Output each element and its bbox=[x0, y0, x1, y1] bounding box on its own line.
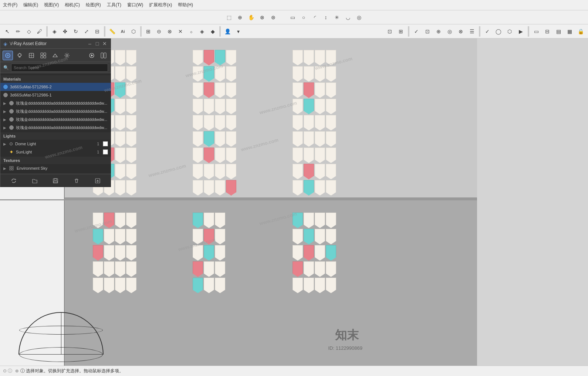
tool-lock[interactable]: 🔒 bbox=[575, 26, 586, 37]
menu-view[interactable]: 视图(V) bbox=[44, 2, 59, 8]
svg-line-5 bbox=[21, 54, 21, 54]
tool-tag[interactable]: ⬦ bbox=[186, 26, 196, 37]
material-label-5: 玫瑰金ddddddddddadddddddddddddddddddwdw... bbox=[16, 117, 108, 122]
vray-title-text: V-Ray Asset Editor bbox=[10, 41, 47, 46]
materials-section-header: Materials bbox=[0, 75, 111, 83]
tool-select[interactable]: ⬚ bbox=[224, 12, 234, 23]
tool-dropdown[interactable]: ▾ bbox=[233, 26, 243, 37]
tool-zoom[interactable]: ⊗ bbox=[257, 12, 267, 23]
tool-tape[interactable]: 📏 bbox=[107, 26, 117, 37]
tool-offset[interactable]: ⊟ bbox=[92, 26, 102, 37]
texture-item-sky[interactable]: ▶ Environment Sky bbox=[0, 164, 111, 172]
svg-rect-26 bbox=[54, 181, 57, 183]
tool-vray7[interactable]: ⊗ bbox=[456, 26, 466, 37]
tool-freehand[interactable]: ✳ bbox=[332, 12, 342, 23]
expand-icon-3[interactable]: ▶ bbox=[3, 101, 7, 105]
tool-arrow[interactable]: ↖ bbox=[2, 26, 13, 37]
tool-move[interactable]: ✤ bbox=[60, 26, 70, 37]
tool-pan[interactable]: ✋ bbox=[246, 12, 256, 23]
tool-line[interactable]: ↕ bbox=[321, 12, 331, 23]
expand-icon-dome[interactable]: ▶ bbox=[3, 142, 7, 146]
material-item-2[interactable]: 3d66SuMat-5712986-1 bbox=[0, 91, 111, 99]
menu-camera[interactable]: 相机(C) bbox=[65, 2, 80, 8]
tool-vray2[interactable]: ⊞ bbox=[396, 26, 406, 37]
light-item-sun[interactable]: ✦ SunLight 1 bbox=[0, 148, 111, 156]
tool-texture[interactable]: ⬡ bbox=[128, 26, 139, 37]
tool-render-cube[interactable]: ⬡ bbox=[504, 26, 515, 37]
tool-vray8[interactable]: ☰ bbox=[467, 26, 477, 37]
vray-icon-texture[interactable] bbox=[38, 51, 48, 60]
vray-icon-material[interactable] bbox=[3, 51, 13, 60]
tool-render-check[interactable]: ✓ bbox=[482, 26, 493, 37]
vray-icon-light[interactable] bbox=[14, 51, 25, 60]
section-divider bbox=[0, 197, 477, 200]
tool-tag3[interactable]: ◆ bbox=[207, 26, 218, 37]
texture-sky-icon bbox=[9, 166, 14, 171]
tool-arc[interactable]: ◜ bbox=[310, 12, 320, 23]
vray-close-button[interactable]: ✕ bbox=[101, 41, 108, 47]
tool-walk[interactable]: ⊝ bbox=[154, 26, 164, 37]
tool-layout3[interactable]: ▤ bbox=[553, 26, 564, 37]
tool-circle[interactable]: ○ bbox=[298, 12, 309, 23]
vray-icon-geometry[interactable] bbox=[26, 51, 37, 60]
tool-rotate[interactable]: ↻ bbox=[71, 26, 81, 37]
vray-minimize-button[interactable]: – bbox=[87, 41, 93, 47]
vray-icon-view[interactable] bbox=[98, 51, 109, 60]
tool-vray3[interactable]: ✓ bbox=[411, 26, 422, 37]
menu-tools[interactable]: 工具(T) bbox=[107, 2, 121, 8]
menu-extensions[interactable]: 扩展程序(x) bbox=[149, 2, 172, 8]
expand-icon-sky[interactable]: ▶ bbox=[3, 166, 7, 170]
tool-vray1[interactable]: ⊡ bbox=[385, 26, 395, 37]
tool-pencil[interactable]: ✏ bbox=[13, 26, 23, 37]
footer-save-button[interactable] bbox=[51, 176, 60, 185]
menu-file[interactable]: 文件(F) bbox=[3, 2, 17, 8]
material-item-5[interactable]: ▶ 玫瑰金ddddddddddadddddddddddddddddddwdw..… bbox=[0, 115, 111, 123]
material-item-4[interactable]: ▶ 玫瑰金ddddddddddadddddddddddddddddddwdw..… bbox=[0, 107, 111, 115]
tool-zoomall[interactable]: ⊛ bbox=[268, 12, 278, 23]
tool-tag2[interactable]: ◈ bbox=[197, 26, 207, 37]
tool-vray4[interactable]: ⊡ bbox=[422, 26, 433, 37]
footer-open-button[interactable] bbox=[30, 176, 39, 185]
material-item-3[interactable]: ▶ 玫瑰金ddddddddddadddddddddddddddddddwdw..… bbox=[0, 99, 111, 107]
tool-user[interactable]: 👤 bbox=[222, 26, 233, 37]
menu-window[interactable]: 窗口(W) bbox=[127, 2, 143, 8]
tool-section[interactable]: ⊞ bbox=[143, 26, 153, 37]
tool-vray6[interactable]: ◎ bbox=[445, 26, 455, 37]
tool-measure[interactable]: ✕ bbox=[175, 26, 186, 37]
vray-icon-settings[interactable] bbox=[62, 51, 72, 60]
tool-eraser[interactable]: ◇ bbox=[24, 26, 34, 37]
footer-refresh-button[interactable] bbox=[9, 176, 18, 185]
tool-push[interactable]: ◈ bbox=[49, 26, 60, 37]
vray-icon-render[interactable] bbox=[87, 51, 97, 60]
expand-icon-6[interactable]: ▶ bbox=[3, 126, 7, 130]
tool-layout2[interactable]: ⊟ bbox=[542, 26, 552, 37]
tool-lookat[interactable]: ⊗ bbox=[165, 26, 175, 37]
tool-orbit[interactable]: ⊕ bbox=[235, 12, 245, 23]
tool-render-sphere[interactable]: ◯ bbox=[493, 26, 504, 37]
footer-delete-button[interactable] bbox=[72, 176, 81, 185]
tool-scale[interactable]: ⤢ bbox=[81, 26, 92, 37]
vray-icon-env[interactable] bbox=[50, 51, 60, 60]
tool-paint[interactable]: 🖋 bbox=[34, 26, 45, 37]
tool-vray5[interactable]: ⊕ bbox=[433, 26, 444, 37]
expand-icon-5[interactable]: ▶ bbox=[3, 118, 7, 122]
material-item-1[interactable]: 3d66SuMat-5712986-2 bbox=[0, 83, 111, 91]
search-input[interactable] bbox=[11, 64, 108, 72]
tool-polygon[interactable]: ◎ bbox=[354, 12, 364, 23]
tool-ai[interactable]: Ai bbox=[118, 26, 128, 37]
tool-rect[interactable]: ▭ bbox=[287, 12, 298, 23]
tool-ellipse[interactable]: ◡ bbox=[343, 12, 353, 23]
tool-layout1[interactable]: ▭ bbox=[531, 26, 541, 37]
light-item-dome[interactable]: ▶ ⊙ Dome Light 1 bbox=[0, 140, 111, 148]
expand-icon-4[interactable]: ▶ bbox=[3, 109, 7, 114]
panel-collapse-button[interactable]: ‹ bbox=[0, 106, 0, 119]
tool-layout4[interactable]: ▦ bbox=[564, 26, 575, 37]
material-item-6[interactable]: ▶ 玫瑰金ddddddddddadddddddddddddddddddwdw..… bbox=[0, 123, 111, 132]
menu-draw[interactable]: 绘图(R) bbox=[86, 2, 101, 8]
menu-edit[interactable]: 编辑(E) bbox=[23, 2, 38, 8]
vray-restore-button[interactable]: □ bbox=[94, 41, 101, 47]
menu-help[interactable]: 帮助(H) bbox=[178, 2, 193, 8]
vray-content: Materials 3d66SuMat-5712986-2 3d66SuMat-… bbox=[0, 73, 111, 174]
footer-export-button[interactable] bbox=[93, 176, 102, 185]
tool-render-play[interactable]: ▶ bbox=[516, 26, 526, 37]
